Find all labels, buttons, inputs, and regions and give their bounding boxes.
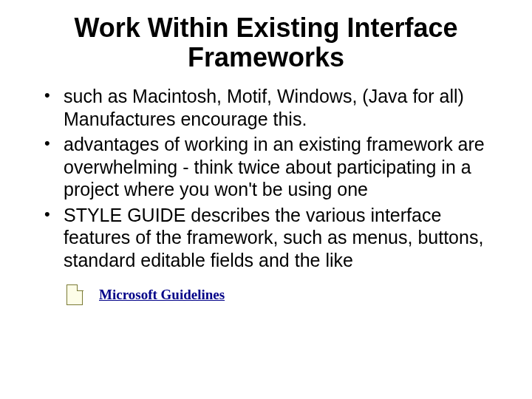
microsoft-guidelines-link[interactable]: Microsoft Guidelines [99, 287, 225, 303]
link-row: Microsoft Guidelines [66, 284, 502, 305]
slide: Work Within Existing Interface Framework… [0, 0, 532, 399]
slide-title: Work Within Existing Interface Framework… [30, 13, 502, 72]
document-icon [66, 284, 83, 305]
list-item: such as Macintosh, Motif, Windows, (Java… [44, 85, 495, 130]
bullet-list: such as Macintosh, Motif, Windows, (Java… [30, 85, 502, 271]
list-item: advantages of working in an existing fra… [44, 133, 495, 201]
list-item: STYLE GUIDE describes the various interf… [44, 204, 495, 272]
